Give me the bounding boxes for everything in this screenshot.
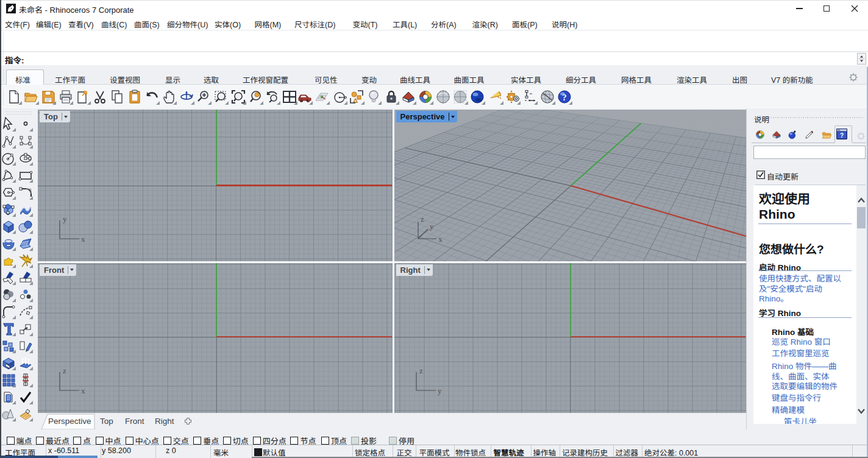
svg-text:z: z <box>421 214 424 224</box>
svg-text:z: z <box>419 366 423 375</box>
svg-text:y: y <box>63 214 67 224</box>
svg-text:?: ? <box>840 132 844 139</box>
svg-text:x: x <box>438 234 443 244</box>
svg-text:z: z <box>63 366 66 375</box>
svg-text:y: y <box>438 386 442 395</box>
svg-text:x: x <box>81 234 85 244</box>
svg-text:y: y <box>430 222 434 231</box>
svg-text:x: x <box>81 386 85 395</box>
svg-text:?: ? <box>562 93 567 102</box>
